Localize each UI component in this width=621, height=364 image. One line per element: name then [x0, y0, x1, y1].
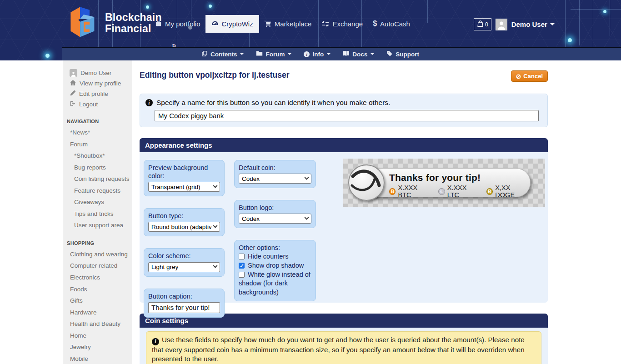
subnav-forum[interactable]: Forum: [256, 50, 291, 58]
button-logo-select[interactable]: Codex: [239, 214, 311, 224]
info-icon: i: [152, 338, 159, 345]
cart-icon: [264, 20, 271, 27]
user-menu[interactable]: Demo User: [511, 20, 555, 28]
preview-bg-select[interactable]: Transparent (grid): [148, 182, 220, 192]
preview-bg-label: Preview background color:: [148, 164, 220, 180]
sidebar-item-coin-listing-requests[interactable]: Coin listing requests: [63, 173, 132, 185]
subnav-contents[interactable]: Contents: [201, 50, 244, 58]
sidebar-item-mobile[interactable]: Mobile: [63, 353, 132, 364]
nav-marketplace[interactable]: Marketplace: [259, 16, 317, 32]
nav-label: CryptoWiz: [222, 20, 253, 28]
pencil-icon: [70, 90, 76, 98]
sidebar-item-foods[interactable]: Foods: [63, 284, 132, 295]
appearance-panel: Appearance settings Preview background c…: [140, 138, 548, 303]
show-drop-shadow-checkbox[interactable]: [239, 263, 245, 269]
btc-icon: B: [389, 188, 396, 195]
sidebar-edit-profile[interactable]: Edit profile: [63, 89, 132, 99]
subnav-info[interactable]: i Info: [304, 51, 331, 58]
default-coin-select[interactable]: Codex: [239, 174, 311, 184]
sidebar-item-computer-related[interactable]: Computer related: [63, 260, 132, 272]
button-caption-group: Button caption:: [144, 289, 225, 318]
default-coin-label: Default coin:: [239, 164, 311, 172]
sidebar-logout[interactable]: Logout: [63, 99, 132, 110]
option-show-drop-shadow[interactable]: Show drop shadow: [239, 261, 311, 270]
main-content: Editing button vpoljxcitzp for lj.testus…: [140, 60, 548, 364]
gauge-icon: [211, 20, 219, 27]
button-name-input[interactable]: [155, 110, 539, 121]
option-label: Hide counters: [248, 253, 288, 260]
nav-label: My portfolio: [165, 20, 200, 28]
sidebar-user[interactable]: Demo User: [63, 68, 132, 78]
sidebar-item-jewelry[interactable]: Jewelry: [63, 341, 132, 353]
user-name: Demo User: [511, 20, 547, 28]
coin-settings-hint: iUse these fields to specify how much do…: [146, 331, 541, 364]
nav-autocash[interactable]: $ AutoCash: [368, 15, 415, 32]
sidebar-item-home[interactable]: Home: [63, 330, 132, 342]
title-row: Editing button vpoljxcitzp for lj.testus…: [140, 70, 548, 82]
select-value: Codex: [242, 175, 260, 182]
appearance-col-mid: Default coin: Codex Button logo: Codex: [234, 160, 316, 313]
brand-logo[interactable]: Blockchain Financial: [66, 4, 162, 43]
chevron-down-icon: [550, 23, 555, 25]
button-preview: Thanks for your tip! B X.XXX BTC Ł X.XXX…: [343, 159, 545, 207]
sidebar-item-health-and-beauty[interactable]: Health and Beauty: [63, 318, 132, 330]
coin-settings-body: iUse these fields to specify how much do…: [140, 328, 548, 364]
page-body: Demo User View my profile Edit profile L…: [0, 60, 621, 364]
pages-icon: [201, 50, 208, 58]
nav-cryptowiz[interactable]: CryptoWiz: [205, 15, 259, 33]
button-caption-label: Button caption:: [148, 292, 220, 300]
chevron-down-icon: [327, 53, 331, 55]
subnav-label: Docs: [352, 51, 367, 58]
white-glow-checkbox[interactable]: [239, 272, 245, 278]
tag-icon: [386, 50, 393, 58]
sidebar-section-shopping: SHOPPING: [63, 231, 132, 249]
shopping-bag-icon: [477, 20, 484, 29]
cancel-button[interactable]: ⊘ Cancel: [511, 70, 548, 82]
name-hint-row: i Specify a name for this button so you …: [145, 99, 542, 107]
option-label: Show drop shadow: [248, 262, 304, 269]
sidebar-item-clothing[interactable]: Clothing and wearing: [63, 249, 132, 260]
preview-bg-group: Preview background color: Transparent (g…: [144, 160, 225, 196]
button-name-box: i Specify a name for this button so you …: [140, 94, 548, 127]
color-scheme-select[interactable]: Light grey: [148, 262, 220, 272]
sidebar-item-user-support-area[interactable]: User support area: [63, 219, 132, 231]
sidebar-item-electronics[interactable]: Electronics: [63, 272, 132, 284]
sidebar-item-bug-reports[interactable]: Bug reports: [63, 162, 132, 174]
option-white-glow[interactable]: White glow instead of shadow (for dark b…: [239, 270, 311, 297]
ltc-icon: Ł: [438, 188, 445, 195]
nav-exchange[interactable]: Exchange: [316, 16, 368, 32]
appearance-col-left: Preview background color: Transparent (g…: [144, 160, 225, 329]
subnav-label: Forum: [265, 51, 285, 58]
sidebar-item-feature-requests[interactable]: Feature requests: [63, 185, 132, 197]
nav-my-portfolio[interactable]: My portfolio: [150, 16, 205, 32]
sidebar-view-profile[interactable]: View my profile: [63, 78, 132, 89]
sidebar-item-forum[interactable]: Forum: [63, 139, 132, 150]
select-value: Round button (adaptive: [151, 224, 211, 230]
button-logo-group: Button logo: Codex: [234, 200, 316, 228]
home-icon: [70, 80, 76, 87]
sidebar-item-shoutbox[interactable]: *Shoutbox*: [63, 150, 132, 162]
info-icon: i: [145, 99, 153, 106]
sidebar-item-gifts[interactable]: Gifts: [63, 295, 132, 307]
glow-dot: [568, 38, 572, 42]
briefcase-icon: [155, 20, 162, 27]
cart-count: 0: [485, 21, 488, 28]
option-hide-counters[interactable]: Hide counters: [239, 252, 311, 261]
button-type-select[interactable]: Round button (adaptive: [148, 222, 220, 232]
subnav-docs[interactable]: Docs: [343, 50, 374, 58]
brand-cube-icon: [66, 4, 101, 43]
color-scheme-group: Color scheme: Light grey: [144, 248, 225, 276]
sidebar-item-giveaways[interactable]: Giveaways: [63, 196, 132, 208]
sidebar-item-news[interactable]: *News*: [63, 127, 132, 139]
button-caption-input[interactable]: [148, 302, 220, 313]
user-avatar[interactable]: [496, 19, 507, 30]
subnav-support[interactable]: Support: [386, 50, 419, 58]
sidebar-item-hardware[interactable]: Hardware: [63, 307, 132, 319]
hide-counters-checkbox[interactable]: [239, 254, 245, 259]
amount-text: X.XXX BTC: [398, 184, 431, 199]
select-value: Transparent (grid): [151, 184, 200, 190]
sidebar-item-tips-and-tricks[interactable]: Tips and tricks: [63, 208, 132, 220]
button-logo-label: Button logo:: [239, 204, 311, 212]
preview-amounts: B X.XXX BTC Ł X.XXX LTC Ð X,XX DOGE: [389, 184, 530, 199]
cart-button[interactable]: 0: [474, 18, 491, 30]
